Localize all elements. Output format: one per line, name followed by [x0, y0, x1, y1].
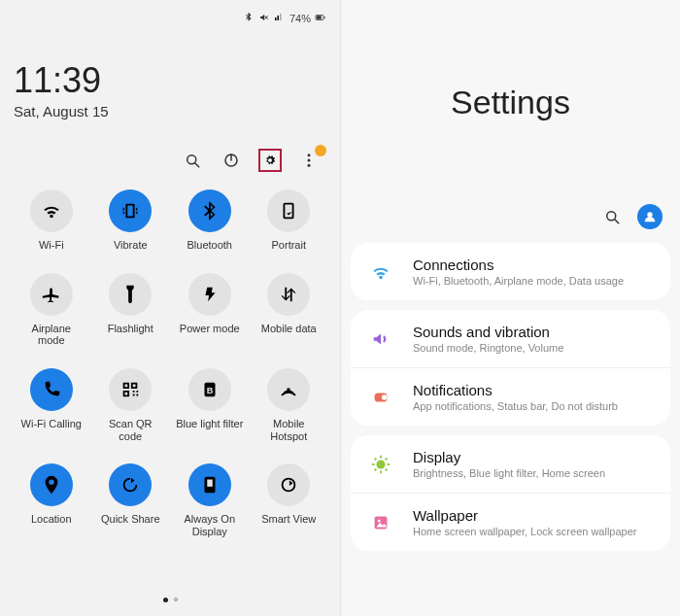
- row-text: WallpaperHome screen wallpaper, Lock scr…: [413, 507, 657, 537]
- row-subtitle: Home screen wallpaper, Lock screen wallp…: [413, 526, 657, 537]
- tile-airplane[interactable]: Airplane mode: [14, 273, 89, 347]
- wallpaper-icon: [364, 512, 397, 533]
- row-subtitle: App notifications, Status bar, Do not di…: [413, 400, 657, 412]
- quick-settings-panel: 74% 11:39 Sat, August 15 Wi-FiVibrateBlu…: [0, 0, 340, 616]
- account-avatar[interactable]: [637, 204, 663, 229]
- row-title: Connections: [413, 257, 657, 273]
- row-subtitle: Sound mode, Ringtone, Volume: [413, 342, 657, 354]
- tile-bluelight[interactable]: Blue light filter: [172, 368, 248, 442]
- sound-icon: [364, 328, 397, 350]
- row-text: ConnectionsWi-Fi, Bluetooth, Airplane mo…: [413, 257, 657, 287]
- settings-row-display[interactable]: DisplayBrightness, Blue light filter, Ho…: [351, 435, 670, 493]
- tile-bluetooth[interactable]: Bluetooth: [172, 189, 248, 252]
- search-icon[interactable]: [181, 149, 204, 172]
- settings-row-notifications[interactable]: NotificationsApp notifications, Status b…: [351, 367, 670, 426]
- pager-dot-inactive: [174, 598, 178, 601]
- tile-flashlight[interactable]: Flashlight: [93, 273, 169, 347]
- power-icon[interactable]: [220, 149, 243, 172]
- airplane-icon: [30, 273, 73, 316]
- portrait-icon: [267, 189, 310, 232]
- row-text: DisplayBrightness, Blue light filter, Ho…: [413, 449, 657, 479]
- settings-list: ConnectionsWi-Fi, Bluetooth, Airplane mo…: [341, 243, 680, 551]
- hotspot-icon: [267, 368, 310, 411]
- settings-search-icon[interactable]: [600, 205, 624, 228]
- row-subtitle: Wi-Fi, Bluetooth, Airplane mode, Data us…: [413, 275, 657, 287]
- powermode-icon: [188, 273, 231, 316]
- tile-wificalling[interactable]: Wi-Fi Calling: [14, 368, 89, 442]
- clock-date: Sat, August 15: [14, 103, 326, 120]
- row-title: Display: [413, 449, 657, 465]
- status-bar: 74%: [14, 10, 326, 27]
- flashlight-icon: [109, 273, 152, 316]
- tile-label: Portrait: [255, 239, 323, 252]
- vibrate-icon: [109, 189, 152, 232]
- settings-row-sounds[interactable]: Sounds and vibrationSound mode, Ringtone…: [351, 310, 670, 367]
- smartview-icon: [267, 463, 310, 506]
- tile-label: Mobile Hotspot: [255, 418, 323, 442]
- row-title: Notifications: [413, 382, 657, 398]
- tile-label: Power mode: [176, 323, 244, 335]
- clock-time: 11:39: [14, 60, 326, 101]
- tile-portrait[interactable]: Portrait: [252, 189, 327, 252]
- tile-scanqr[interactable]: Scan QR code: [93, 368, 169, 442]
- clock-block: 11:39 Sat, August 15: [14, 60, 326, 120]
- tile-hotspot[interactable]: Mobile Hotspot: [252, 368, 327, 442]
- row-text: NotificationsApp notifications, Status b…: [413, 382, 657, 412]
- pager-dot-active: [163, 598, 168, 602]
- battery-percent: 74%: [289, 13, 311, 24]
- settings-card: DisplayBrightness, Blue light filter, Ho…: [351, 435, 670, 551]
- bluetooth-icon: [188, 189, 231, 232]
- notif-icon: [364, 387, 397, 408]
- aod-icon: [188, 463, 231, 506]
- tile-label: Vibrate: [96, 239, 164, 252]
- settings-card: Sounds and vibrationSound mode, Ringtone…: [351, 310, 670, 426]
- wifi-icon: [364, 261, 397, 283]
- tile-label: Mobile data: [255, 323, 323, 335]
- mute-status-icon: [258, 12, 270, 25]
- mobiledata-icon: [267, 273, 310, 316]
- wifi-icon: [30, 189, 73, 232]
- bluetooth-status-icon: [243, 12, 255, 25]
- tile-label: Always On Display: [176, 513, 244, 537]
- tile-label: Wi-Fi Calling: [17, 418, 85, 430]
- settings-gear-icon[interactable]: [258, 149, 282, 172]
- tile-label: Scan QR code: [96, 418, 164, 442]
- settings-toolbar: [341, 204, 680, 243]
- tile-label: Flashlight: [96, 323, 164, 335]
- settings-title: Settings: [341, 0, 680, 204]
- tile-label: Wi-Fi: [17, 239, 85, 252]
- row-text: Sounds and vibrationSound mode, Ringtone…: [413, 324, 657, 354]
- action-row: [14, 149, 326, 172]
- battery-status-icon: [315, 12, 326, 25]
- settings-row-connections[interactable]: ConnectionsWi-Fi, Bluetooth, Airplane mo…: [351, 243, 670, 300]
- tile-mobiledata[interactable]: Mobile data: [252, 273, 327, 347]
- wificalling-icon: [30, 368, 73, 411]
- row-title: Wallpaper: [413, 507, 657, 524]
- tile-label: Bluetooth: [176, 239, 244, 252]
- tile-vibrate[interactable]: Vibrate: [93, 189, 169, 252]
- tile-quickshare[interactable]: Quick Share: [93, 463, 169, 537]
- tile-label: Airplane mode: [17, 323, 85, 347]
- display-icon: [364, 454, 397, 475]
- tile-location[interactable]: Location: [14, 463, 89, 537]
- row-title: Sounds and vibration: [413, 324, 657, 340]
- page-indicator: [0, 598, 340, 602]
- quick-tiles-grid: Wi-FiVibrateBluetoothPortraitAirplane mo…: [14, 189, 326, 537]
- bluelight-icon: [188, 368, 231, 411]
- settings-panel: Settings ConnectionsWi-Fi, Bluetooth, Ai…: [340, 0, 680, 616]
- quickshare-icon: [109, 463, 152, 506]
- tile-wifi[interactable]: Wi-Fi: [14, 189, 89, 252]
- notification-dot: [315, 145, 326, 156]
- tile-smartview[interactable]: Smart View: [252, 463, 327, 537]
- tile-aod[interactable]: Always On Display: [172, 463, 248, 537]
- tile-label: Blue light filter: [176, 418, 244, 430]
- more-icon[interactable]: [297, 149, 321, 172]
- tile-powermode[interactable]: Power mode: [172, 273, 248, 347]
- signal-status-icon: [274, 12, 286, 25]
- tile-label: Quick Share: [96, 513, 164, 526]
- row-subtitle: Brightness, Blue light filter, Home scre…: [413, 467, 657, 479]
- tile-label: Location: [17, 513, 85, 526]
- location-icon: [30, 463, 73, 506]
- settings-row-wallpaper[interactable]: WallpaperHome screen wallpaper, Lock scr…: [351, 493, 670, 551]
- tile-label: Smart View: [255, 513, 323, 526]
